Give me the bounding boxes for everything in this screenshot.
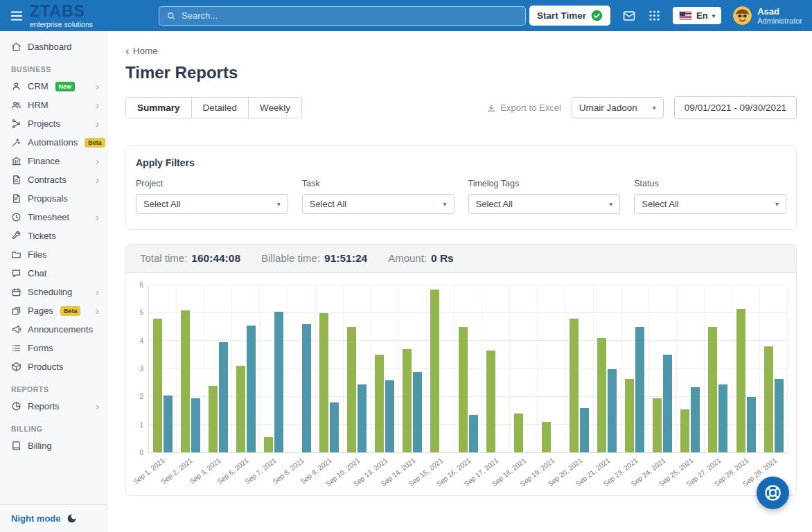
filter-select-value: Select All [143,199,277,209]
filter-label-project: Project [136,179,288,188]
bar-group [760,285,788,452]
bar-series-2[interactable] [718,384,727,452]
bar-series-1[interactable] [347,327,356,452]
bar-series-2[interactable] [219,342,228,452]
sidebar-item-dashboard[interactable]: Dashboard [0,37,107,56]
bar-series-2[interactable] [247,326,256,452]
bar-series-2[interactable] [164,396,173,452]
bar-series-1[interactable] [486,351,495,452]
start-timer-button[interactable]: Start Timer [529,6,610,26]
filter-select-status[interactable]: Select All▾ [634,194,786,214]
night-mode-toggle[interactable]: Night mode [0,504,107,532]
sidebar-item-tickets[interactable]: Tickets [0,227,107,245]
sidebar-item-hrm[interactable]: HRM› [0,96,107,114]
wand-icon [11,137,21,148]
tab-detailed[interactable]: Detailed [192,98,249,118]
bar-series-2[interactable] [191,398,200,452]
sidebar-item-pages[interactable]: PagesBeta› [0,301,107,320]
bar-series-1[interactable] [542,422,551,452]
bar-series-1[interactable] [736,309,745,452]
summary-strip: Total time:160:44:08 Billable time:91:51… [126,245,796,273]
bar-series-1[interactable] [708,327,717,452]
filter-select-project[interactable]: Select All▾ [136,194,288,214]
mail-icon[interactable] [622,9,636,23]
filter-field-status: StatusSelect All▾ [634,179,786,214]
bar-series-2[interactable] [608,369,617,453]
billable-time-value: 91:51:24 [324,252,367,264]
chevron-right-icon: › [96,175,99,185]
bar-series-2[interactable] [663,355,672,452]
sidebar-item-projects[interactable]: Projects› [0,114,107,133]
tab-weekly[interactable]: Weekly [249,98,301,118]
sidebar-item-label: Announcements [28,324,93,335]
sidebar-item-chat[interactable]: Chat [0,264,107,283]
bar-series-2[interactable] [302,324,311,452]
bar-series-1[interactable] [153,319,162,452]
bar-series-2[interactable] [274,312,283,452]
bar-series-2[interactable] [775,379,784,452]
sidebar-item-proposals[interactable]: Proposals [0,189,107,208]
filter-select-timelog-tags[interactable]: Select All▾ [468,194,621,214]
products-icon [11,362,21,372]
sidebar-item-scheduling[interactable]: Scheduling› [0,283,107,301]
tab-summary[interactable]: Summary [126,98,192,118]
sidebar-item-crm[interactable]: CRMNew› [0,77,107,96]
bar-series-1[interactable] [570,319,579,452]
sidebar-item-forms[interactable]: Forms [0,339,107,357]
search-icon [166,11,176,21]
bar-series-1[interactable] [264,437,273,452]
bar-series-2[interactable] [747,397,756,452]
bar-series-2[interactable] [358,384,367,452]
brand-logo[interactable]: ZTABS enterprise solutions [30,3,118,28]
filter-field-task: TaskSelect All▾ [302,179,454,214]
bar-series-1[interactable] [375,355,384,452]
bar-group [316,285,344,452]
bar-series-1[interactable] [764,346,773,452]
sidebar-item-contracts[interactable]: Contracts› [0,170,107,189]
sidebar-item-timesheet[interactable]: Timesheet› [0,208,107,227]
user-menu[interactable]: Asad Administrator [733,6,802,25]
bar-series-1[interactable] [597,338,606,452]
sidebar-item-label: Files [28,249,46,260]
bar-series-1[interactable] [236,366,245,452]
export-to-excel-button[interactable]: Export to Excel [486,103,561,113]
bar-series-2[interactable] [385,380,394,452]
bar-series-1[interactable] [680,409,689,452]
bar-series-2[interactable] [580,408,589,452]
sidebar-item-products[interactable]: Products [0,357,107,376]
bar-series-2[interactable] [635,327,644,452]
menu-button[interactable] [9,8,24,24]
bar-series-1[interactable] [514,414,523,452]
language-selector[interactable]: En ▾ [673,7,721,24]
sidebar-item-files[interactable]: Files [0,245,107,264]
bar-series-2[interactable] [413,372,422,452]
breadcrumb-home[interactable]: Home [133,46,158,56]
bar-series-1[interactable] [319,313,328,452]
sidebar: DashboardBUSINESSCRMNew›HRM›Projects›Aut… [0,31,107,532]
apps-grid-icon[interactable] [648,9,661,22]
bar-series-2[interactable] [691,387,700,452]
sidebar-item-announcements[interactable]: Announcements [0,320,107,339]
sidebar-item-reports[interactable]: Reports› [0,397,107,416]
date-range-picker[interactable]: 09/01/2021 - 09/30/2021 [674,96,797,119]
filter-select-task[interactable]: Select All▾ [302,194,454,214]
bar-series-1[interactable] [403,349,412,452]
bar-series-1[interactable] [181,310,190,452]
chevron-right-icon: › [96,100,99,110]
search-input[interactable] [182,10,518,21]
bar-series-1[interactable] [459,327,468,452]
sidebar-item-finance[interactable]: Finance› [0,152,107,170]
bar-series-1[interactable] [430,290,439,452]
bar-series-1[interactable] [209,386,218,452]
help-fab-button[interactable] [757,477,789,509]
breadcrumb[interactable]: ‹ Home [125,45,158,57]
bar-series-1[interactable] [653,398,662,452]
sidebar-item-automations[interactable]: AutomationsBeta› [0,133,107,152]
sidebar-item-billing[interactable]: Billing [0,436,107,455]
bar-series-1[interactable] [625,379,634,452]
user-filter-select[interactable]: Umair Jadoon ▾ [572,97,664,118]
bar-group [454,285,482,452]
bar-series-2[interactable] [469,415,478,452]
bar-series-2[interactable] [330,402,339,452]
sidebar-item-label: CRM [28,81,48,91]
